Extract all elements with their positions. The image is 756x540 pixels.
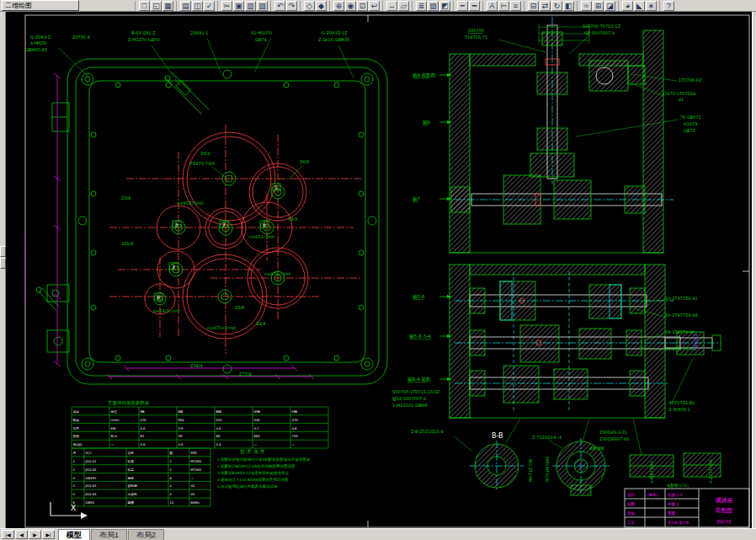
- make-block-icon[interactable]: ◆: [316, 1, 327, 11]
- drawing-label: 主要传动系统参数表: [108, 400, 150, 406]
- copy-icon[interactable]: ▣: [233, 1, 244, 11]
- docked-panel-title[interactable]: 二维绘图: [2, 0, 79, 11]
- pan-icon[interactable]: ⊕: [333, 1, 344, 11]
- table-cell: 39: [178, 434, 183, 438]
- top-toolbar: 二维绘图 □◱▦▤◫✓✂▣▥▨↶↷◇◆⊕◉⊡↩↔▱≣▧◩╍━A⊢≡⊟⇄↻◧≈⊞◪…: [0, 0, 756, 12]
- drawing-label: Z-71Z1Q14-.4: [532, 435, 562, 440]
- drawing-label: 比例 1:Z: [668, 493, 683, 498]
- model-space-canvas[interactable]: 项目单位Ⅰ轴Ⅱ轴Ⅲ轴Ⅳ轴Ⅴ轴转速r/min470952551532470功率kW…: [6, 12, 752, 529]
- drawing-label: 技 术 条 件: [239, 448, 265, 454]
- table-cell: 项目: [73, 409, 80, 414]
- array-icon[interactable]: ⊞: [593, 1, 604, 11]
- drawing-canvas[interactable]: 项目单位Ⅰ轴Ⅱ轴Ⅲ轴Ⅳ轴Ⅴ轴转速r/min470952551532470功率kW…: [6, 12, 752, 529]
- tab-nav-first-button[interactable]: |◀: [2, 530, 14, 539]
- paste-icon[interactable]: ▥: [245, 1, 256, 11]
- redo-icon[interactable]: ↷: [286, 1, 297, 11]
- new-icon[interactable]: □: [139, 1, 150, 11]
- tab-nav-next-button[interactable]: ▶: [29, 530, 41, 539]
- print-preview-icon[interactable]: ◫: [192, 1, 203, 11]
- toolbar-icon-groups: □◱▦▤◫✓✂▣▥▨↶↷◇◆⊕◉⊡↩↔▱≣▧◩╍━A⊢≡⊟⇄↻◧≈⊞◪◕◣∗?: [133, 1, 675, 11]
- gear-tag-number: 5: [175, 222, 178, 227]
- dock-handle-icon[interactable]: [0, 246, 6, 257]
- explode-icon[interactable]: ∗: [646, 1, 657, 11]
- open-icon[interactable]: ◱: [151, 1, 162, 11]
- table-cell: 1: [170, 468, 173, 472]
- properties-icon[interactable]: ≡: [510, 1, 521, 11]
- table-cell: 箱盖: [128, 468, 135, 472]
- drawing-label: 1.装配前所有Z8J5B011-B3各配合表面清洗并涂润滑油: [217, 457, 311, 462]
- drawing-label: Z30Q4S-3-31: [599, 430, 627, 435]
- mirror-icon[interactable]: ◧: [563, 1, 574, 11]
- fillet-icon[interactable]: ◕: [622, 1, 633, 11]
- table-cell: 3: [73, 476, 76, 480]
- dock-handle-icon[interactable]: [0, 258, 6, 269]
- drawing-label: 1-M1Z101 GBM6: [392, 403, 428, 408]
- drawing-label: B-B: [492, 432, 503, 440]
- drawing-label: 1T0738-6Z: [679, 78, 702, 83]
- layer-properties-icon[interactable]: ▧: [428, 1, 439, 11]
- lineweight-icon[interactable]: ━: [469, 1, 480, 11]
- drawing-label: H1679: [684, 121, 697, 126]
- undo-icon[interactable]: ↶: [274, 1, 285, 11]
- spelling-icon[interactable]: ✓: [204, 1, 215, 11]
- drawing-label: 91-M1070: [251, 30, 272, 35]
- erase-icon[interactable]: ⊟: [528, 1, 539, 11]
- table-cell: GB297: [86, 476, 97, 480]
- tab-nav: |◀ ◀ ▶ ▶|: [2, 530, 56, 539]
- rotate-icon[interactable]: ↻: [551, 1, 562, 11]
- table-cell: 3.9: [178, 426, 184, 430]
- drawing-label: GBM65-85: [25, 47, 47, 52]
- match-properties-icon[interactable]: ▨: [257, 1, 268, 11]
- trim-icon[interactable]: ◪: [604, 1, 615, 11]
- zoom-previous-icon[interactable]: ↩: [369, 1, 380, 11]
- drawing-label: 审核: [627, 511, 636, 516]
- table-cell: kW: [111, 426, 116, 430]
- linetype-icon[interactable]: ╍: [457, 1, 468, 11]
- text-style-icon[interactable]: A: [487, 1, 498, 11]
- drawing-label: GB74: [255, 37, 267, 42]
- move-icon[interactable]: ⇄: [540, 1, 551, 11]
- drawing-label: Z30Q9S9-T-4S: [599, 436, 629, 441]
- table-cell: 2: [170, 484, 173, 488]
- drawing-label: S00700-1T871S-13/3Z: [392, 389, 440, 394]
- section-view-bottom: [450, 265, 721, 418]
- tab-nav-prev-button[interactable]: ◀: [15, 530, 28, 539]
- table-cell: 66: [216, 434, 221, 438]
- table-cell: 65Mn: [191, 500, 200, 505]
- table-cell: 大齿轮: [128, 492, 138, 496]
- table-cell: 470: [292, 418, 299, 422]
- drawing-label: n=53/7/-/mh: [153, 308, 180, 313]
- help-icon[interactable]: ?: [663, 1, 674, 11]
- table-cell: 代号: [86, 451, 93, 455]
- tab-model[interactable]: 模型: [58, 529, 90, 540]
- tab-nav-last-button[interactable]: ▶|: [42, 530, 55, 539]
- toolbar-group: ⊟⇄↻◧: [524, 1, 575, 11]
- table-cell: 传动比: [73, 442, 83, 446]
- save-icon[interactable]: ▦: [162, 1, 173, 11]
- insert-block-icon[interactable]: ◇: [304, 1, 315, 11]
- drawing-label: S00700 T0715-1Z: [583, 24, 620, 29]
- table-cell: HT200: [191, 459, 202, 463]
- zoom-realtime-icon[interactable]: ◉: [345, 1, 356, 11]
- cut-icon[interactable]: ✂: [221, 1, 232, 11]
- toolbar-group: ↔▱: [382, 1, 410, 11]
- zoom-window-icon[interactable]: ⊡: [357, 1, 368, 11]
- toolbar-group: ↶↷: [270, 1, 298, 11]
- layers-icon[interactable]: ≣: [416, 1, 427, 11]
- dim-style-icon[interactable]: ⊢: [498, 1, 509, 11]
- table-cell: 45: [191, 484, 195, 488]
- table-cell: JSQ-01: [85, 459, 97, 463]
- area-icon[interactable]: ▱: [398, 1, 409, 11]
- right-dock-strip: [752, 12, 756, 529]
- color-control-icon[interactable]: ◩: [439, 1, 450, 11]
- tab-layout2[interactable]: 布局2: [128, 529, 164, 540]
- toolbar-group: □◱▦: [135, 1, 174, 11]
- gear-tag-number: 3: [172, 264, 175, 270]
- print-icon[interactable]: ▤: [180, 1, 191, 11]
- offset-icon[interactable]: ≈: [581, 1, 592, 11]
- distance-icon[interactable]: ↔: [386, 1, 397, 11]
- tab-layout1[interactable]: 布局1: [91, 529, 127, 540]
- drawing-label: JSQ-0Z: [716, 519, 732, 524]
- chamfer-icon[interactable]: ◣: [634, 1, 645, 11]
- drawing-label: X: [71, 504, 76, 512]
